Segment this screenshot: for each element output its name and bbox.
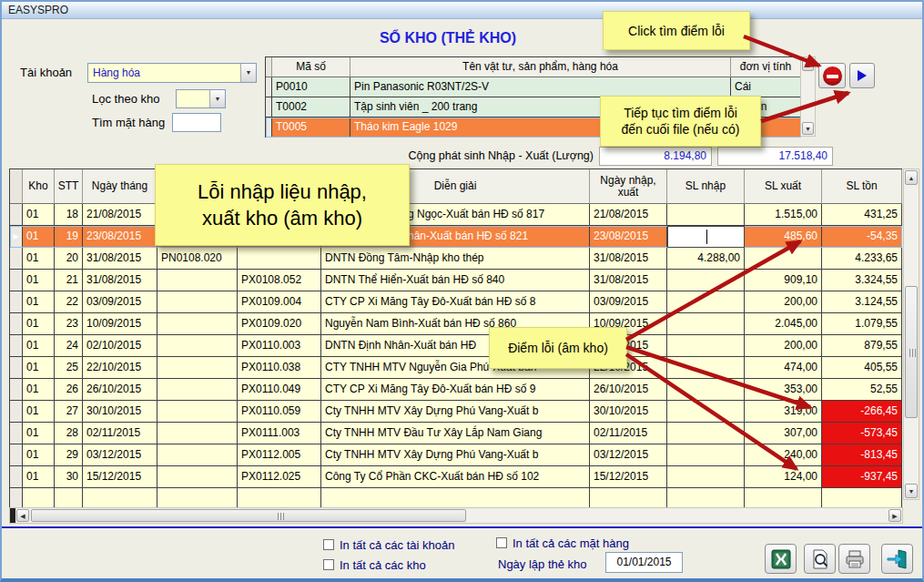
cell-ngay-nhap-xuat[interactable]: 30/10/2015 [590,401,667,423]
cell-sl-ton[interactable]: -54,35 [822,226,902,248]
cell-chungtu-nhap[interactable] [157,335,238,357]
cell-stt[interactable]: 21 [55,270,83,291]
dropdown-arrow-icon[interactable]: ▼ [209,90,225,107]
cell-chungtu-nhap[interactable] [157,270,238,291]
empty-cell[interactable] [23,488,55,508]
row-selector[interactable] [10,313,23,335]
cell-ngay-nhap-xuat[interactable]: 31/08/2015 [590,270,667,291]
empty-cell[interactable] [55,488,83,508]
cell-ngay-thang[interactable]: 02/10/2015 [83,335,157,357]
cell-ngay-nhap-xuat[interactable]: 31/08/2015 [590,248,667,270]
cell-sl-nhap[interactable] [667,466,745,488]
vscroll-thumb[interactable] [905,286,918,418]
cell-chungtu-xuat[interactable]: PX0110.038 [238,357,321,379]
cell-sl-ton[interactable]: 879,55 [822,335,902,357]
cell-stt[interactable]: 27 [55,401,83,423]
cell-stt[interactable]: 23 [55,313,83,335]
cell-ngay-thang[interactable]: 21/08/2015 [83,204,157,226]
cell-ngay-nhap-xuat[interactable]: 26/10/2015 [590,379,667,401]
ledger-vscrollbar[interactable]: ▲ ▼ [903,168,919,500]
search-item-input[interactable] [172,113,221,132]
empty-cell[interactable] [83,488,157,508]
cell-sl-xuat[interactable]: 307,00 [745,423,822,444]
empty-cell[interactable] [745,488,822,508]
cell-stt[interactable]: 26 [55,379,83,401]
row-selector[interactable] [10,248,23,270]
cell-sl-ton[interactable]: -937,45 [822,466,902,488]
cell-chungtu-xuat[interactable]: PX0112.005 [238,444,321,466]
cell-chungtu-xuat[interactable]: PX0108.052 [238,270,321,291]
cell-dien-giai[interactable]: Công Ty Cổ Phần CKC-Xuất bán HĐ số 102 [321,466,590,488]
cell-chungtu-nhap[interactable] [157,379,238,401]
cell-sl-ton[interactable]: 3.324,55 [822,270,902,291]
continue-find-error-button[interactable] [849,63,875,88]
cell-dien-giai[interactable]: CTY CP Xi Măng Tây Đô-Xuất bán HĐ số 8 [321,291,590,313]
items-row[interactable]: P0010Pin Panasonic R03NT/2S-VCái [266,77,801,97]
cell-kho[interactable]: 01 [23,423,55,444]
cell-dien-giai[interactable]: CTY CP Xi Măng Tây Đô-Xuất bán HĐ số 9 [321,379,590,401]
cell-sl-nhap[interactable] [667,270,745,291]
cell-ngay-thang[interactable]: 03/09/2015 [83,291,157,313]
cell-sl-xuat[interactable]: 2.045,00 [745,313,822,335]
all-warehouses-checkbox[interactable] [323,559,334,570]
cell-sl-nhap[interactable] [667,313,745,335]
ledger-hscrollbar[interactable]: ◀ ▶ [9,507,903,524]
cell-kho[interactable]: 01 [23,248,55,270]
cell-ngay-thang[interactable]: 31/08/2015 [83,270,157,291]
empty-cell[interactable] [590,488,667,508]
scroll-down-icon[interactable]: ▼ [905,484,918,498]
table-row[interactable]: 012730/10/2015PX0110.059Cty TNHH MTV Xây… [10,401,902,423]
empty-cell[interactable] [321,488,590,508]
cell-ngay-nhap-xuat[interactable]: 15/12/2015 [590,466,667,488]
cell-sl-xuat[interactable]: 353,00 [745,379,822,401]
cell-ngay-nhap-xuat[interactable]: 03/09/2015 [590,291,667,313]
item-unit-cell[interactable]: Cái [731,77,801,97]
row-selector[interactable] [266,77,272,97]
cell-dien-giai[interactable]: DNTN Thể Hiển-Xuất bán HĐ số 840 [321,270,590,291]
items-grid-scrollbar[interactable]: ▲ ▼ [800,56,816,137]
cell-sl-xuat[interactable]: 200,00 [745,335,822,357]
cell-sl-nhap[interactable] [667,423,745,444]
row-selector[interactable] [10,444,23,466]
cell-ngay-nhap-xuat[interactable]: 03/12/2015 [590,444,667,466]
hscroll-thumb[interactable] [31,509,466,522]
table-row[interactable]: ▶011923/08/2015hân-Xuất bán HĐ số 82123/… [10,226,902,248]
cell-chungtu-nhap[interactable] [157,313,238,335]
cell-sl-nhap[interactable] [667,401,745,423]
cell-sl-nhap[interactable] [667,379,745,401]
cell-sl-nhap[interactable] [667,204,745,226]
empty-cell[interactable] [10,488,23,508]
cell-sl-ton[interactable]: 431,25 [822,204,902,226]
cell-sl-nhap[interactable] [667,335,745,357]
cell-dien-giai[interactable]: Cty TNHH MTV Xây Dựng Phú Vang-Xuất b [321,401,590,423]
cell-chungtu-xuat[interactable]: PX0110.003 [238,335,321,357]
item-code-cell[interactable]: T0005 [272,117,350,138]
row-selector[interactable] [10,291,23,313]
cell-sl-ton[interactable]: -813,45 [822,444,902,466]
cell-sl-xuat[interactable]: 474,00 [745,357,822,379]
cell-stt[interactable]: 18 [55,204,83,226]
table-row[interactable]: 011821/08/2015g Ngọc-Xuất bán HĐ số 8172… [10,204,902,226]
cell-chungtu-xuat[interactable]: PX0109.020 [238,313,321,335]
scroll-right-icon[interactable]: ▶ [888,509,901,522]
row-selector[interactable] [10,466,23,488]
row-selector[interactable]: ▶ [10,226,23,248]
table-row[interactable]: 012903/12/2015PX0112.005Cty TNHH MTV Xây… [10,444,902,466]
cell-sl-xuat[interactable]: 124,00 [745,466,822,488]
cell-sl-xuat[interactable]: 200,00 [745,291,822,313]
cell-chungtu-nhap[interactable] [157,423,238,444]
account-combobox[interactable]: Hàng hóa ▼ [87,63,257,83]
cell-ngay-nhap-xuat[interactable]: 21/08/2015 [590,204,667,226]
find-error-button[interactable] [818,63,846,88]
row-selector[interactable] [10,379,23,401]
cell-ngay-thang[interactable]: 03/12/2015 [83,444,157,466]
row-selector[interactable] [10,335,23,357]
cell-sl-ton[interactable]: 52,55 [822,379,902,401]
row-selector[interactable] [10,357,23,379]
cell-sl-nhap[interactable] [667,444,745,466]
cell-kho[interactable]: 01 [23,270,55,291]
cell-chungtu-xuat[interactable]: PX0110.049 [238,379,321,401]
cell-ngay-nhap-xuat[interactable]: 23/08/2015 [590,226,667,248]
all-accounts-checkbox[interactable] [323,539,334,550]
cell-chungtu-xuat[interactable]: PX0110.059 [238,401,321,423]
